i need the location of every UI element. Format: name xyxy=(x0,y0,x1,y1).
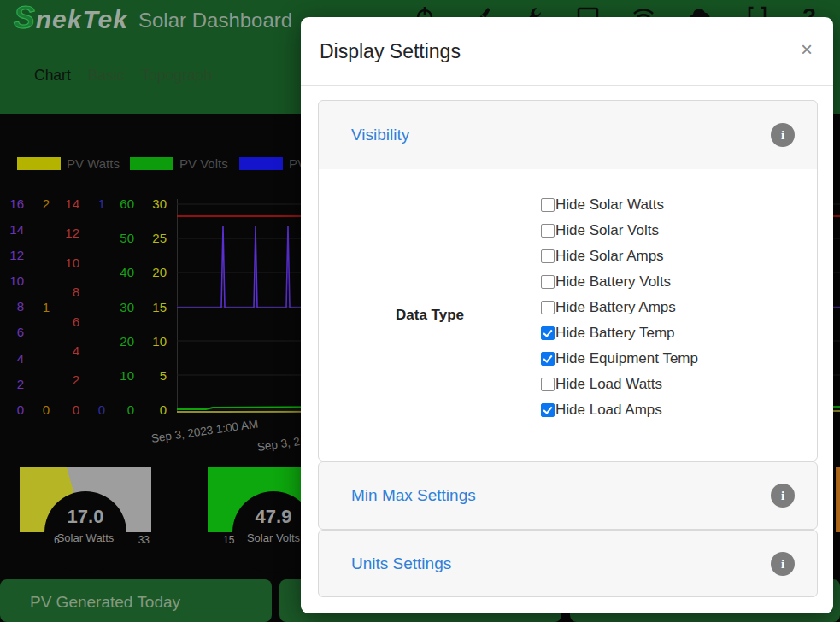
axis-tick: 4 xyxy=(73,345,79,357)
axis-tick: 10 xyxy=(152,336,167,348)
hide-checkbox-row[interactable]: Hide Solar Watts xyxy=(541,192,698,218)
checkbox-label: Hide Solar Amps xyxy=(555,248,664,265)
gauge-min: 15 xyxy=(223,534,234,546)
legend-swatch-blue xyxy=(239,157,283,170)
axis-tick: 1 xyxy=(43,302,50,314)
checkbox[interactable] xyxy=(541,326,555,340)
checkbox[interactable] xyxy=(541,301,555,314)
checkbox[interactable] xyxy=(541,403,555,417)
axis-tick: 30 xyxy=(152,198,167,210)
axis-tick: 14 xyxy=(65,198,79,210)
axis-tick: 10 xyxy=(9,275,24,287)
data-type-label: Data Type xyxy=(319,169,541,461)
info-icon[interactable]: i xyxy=(771,123,795,147)
checkbox-label: Hide Equipment Temp xyxy=(555,350,698,367)
checkbox-label: Hide Solar Volts xyxy=(555,222,659,239)
checkbox[interactable] xyxy=(541,224,555,238)
panel-title: PV Generated Today xyxy=(30,593,180,612)
min-max-settings-link[interactable]: Min Max Settings xyxy=(351,486,476,505)
tab-topograph[interactable]: Topograph xyxy=(142,67,213,85)
axis-tick: 25 xyxy=(152,232,167,244)
axis-tick: 16 xyxy=(9,198,24,210)
display-settings-modal: Display Settings × Visibility i Data Typ… xyxy=(301,17,833,613)
axis-tick: 40 xyxy=(120,267,134,279)
checkbox[interactable] xyxy=(541,249,555,263)
info-icon[interactable]: i xyxy=(771,552,795,576)
visibility-body: Data Type Hide Solar WattsHide Solar Vol… xyxy=(319,169,817,461)
axis-tick: 6 xyxy=(73,316,79,328)
section-visibility-header[interactable]: Visibility i xyxy=(319,101,817,170)
modal-header: Display Settings × xyxy=(301,17,833,86)
axis-tick: 30 xyxy=(120,302,134,314)
legend-swatch-yellow xyxy=(17,157,61,170)
gauge-max: 33 xyxy=(138,534,150,546)
legend-item-pv-watts[interactable]: PV Watts xyxy=(17,156,120,171)
gauge-min: 6 xyxy=(54,534,60,546)
section-units-settings: Units Settings i xyxy=(318,530,818,597)
y-axis-orange: 210 xyxy=(24,198,50,416)
checkbox-label: Hide Battery Amps xyxy=(555,299,676,316)
axis-tick: 0 xyxy=(73,404,79,416)
visibility-link[interactable]: Visibility xyxy=(351,126,409,144)
checkbox[interactable] xyxy=(541,378,555,391)
checkbox[interactable] xyxy=(541,198,555,212)
legend-label: PV Volts xyxy=(179,156,228,171)
hide-checkbox-row[interactable]: Hide Load Amps xyxy=(541,397,698,423)
section-units-header[interactable]: Units Settings i xyxy=(319,531,817,597)
checkbox-label: Hide Battery Temp xyxy=(555,325,675,342)
axis-tick: 20 xyxy=(152,267,167,279)
y-axis-yellow: 302520151050 xyxy=(141,198,167,416)
info-icon[interactable]: i xyxy=(771,484,795,508)
axis-tick: 60 xyxy=(120,198,134,210)
axis-tick: 2 xyxy=(73,374,79,386)
axis-tick: 10 xyxy=(65,257,79,269)
units-settings-link[interactable]: Units Settings xyxy=(351,555,451,573)
axis-tick: 12 xyxy=(65,227,79,239)
axis-tick: 2 xyxy=(17,378,24,390)
gauge-label: Solar Watts xyxy=(20,531,151,544)
y-axis-red: 14121086420 xyxy=(54,198,79,416)
section-visibility: Visibility i Data Type Hide Solar WattsH… xyxy=(318,100,818,461)
axis-tick: 50 xyxy=(120,232,134,244)
close-icon[interactable]: × xyxy=(801,39,813,60)
legend-item-pv-amps[interactable]: PV xyxy=(239,156,306,171)
checkbox[interactable] xyxy=(541,352,555,366)
checkbox-label: Hide Load Amps xyxy=(555,402,662,419)
hide-checkbox-row[interactable]: Hide Battery Amps xyxy=(541,295,698,320)
y-axis-green: 6050403020100 xyxy=(109,198,134,416)
axis-tick: 4 xyxy=(17,353,24,365)
section-min-max-header[interactable]: Min Max Settings i xyxy=(319,462,817,529)
legend-swatch-green xyxy=(130,157,173,170)
gauge-arc xyxy=(836,466,840,532)
legend-label: PV Watts xyxy=(67,156,120,171)
gauge-value: 17.0 xyxy=(20,506,151,528)
axis-tick: 1 xyxy=(98,198,105,210)
axis-tick: 0 xyxy=(98,404,105,416)
y-axis-blue: 10 xyxy=(79,198,105,416)
axis-tick: 15 xyxy=(152,302,167,314)
hide-checkbox-row[interactable]: Hide Load Watts xyxy=(541,372,698,397)
hide-checkbox-row[interactable]: Hide Battery Volts xyxy=(541,269,698,295)
axis-tick: 2 xyxy=(43,198,50,210)
axis-tick: 0 xyxy=(160,404,167,416)
tab-bar: Chart Basic Topograph xyxy=(34,67,212,85)
hide-checkbox-row[interactable]: Hide Solar Volts xyxy=(541,218,698,244)
checkbox[interactable] xyxy=(541,275,555,289)
axis-tick: 20 xyxy=(120,336,134,348)
axis-tick: 8 xyxy=(73,286,79,298)
section-min-max-settings: Min Max Settings i xyxy=(318,461,818,530)
gauge-partial-right xyxy=(836,466,840,552)
solar-dashboard-page: SnekTek Solar Dashboard Chart Basic Topo… xyxy=(0,0,840,622)
hide-checkbox-row[interactable]: Hide Solar Amps xyxy=(541,244,698,269)
tab-chart[interactable]: Chart xyxy=(34,67,71,85)
legend-item-pv-volts[interactable]: PV Volts xyxy=(130,156,228,171)
panel-pv-generated-today: PV Generated Today xyxy=(0,579,272,622)
y-axis-purple: 1614121086420 xyxy=(0,198,24,416)
hide-checkbox-row[interactable]: Hide Equipment Temp xyxy=(541,346,698,372)
axis-tick: 5 xyxy=(160,370,167,382)
modal-title: Display Settings xyxy=(320,40,461,63)
axis-tick: 0 xyxy=(17,404,24,416)
tab-basic[interactable]: Basic xyxy=(88,67,125,85)
hide-checkbox-row[interactable]: Hide Battery Temp xyxy=(541,320,698,346)
checkbox-label: Hide Load Watts xyxy=(555,376,662,393)
